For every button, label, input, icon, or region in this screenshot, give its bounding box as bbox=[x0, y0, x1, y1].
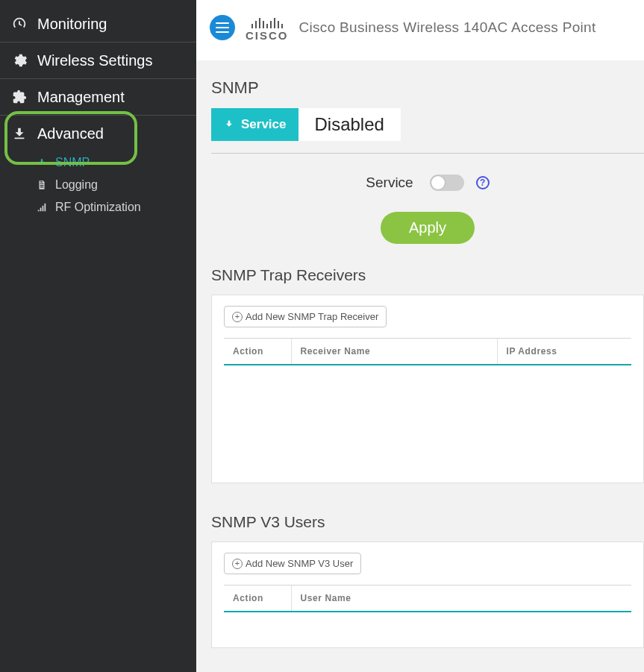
signal-bars-icon bbox=[36, 201, 48, 213]
sidebar-item-management[interactable]: Management bbox=[0, 79, 196, 115]
add-trap-receiver-label: Add New SNMP Trap Receiver bbox=[246, 311, 378, 322]
arrow-down-icon bbox=[223, 119, 235, 131]
sidebar-item-label: Advanced bbox=[37, 125, 104, 142]
add-v3-user-button[interactable]: + Add New SNMP V3 User bbox=[224, 553, 361, 574]
sidebar-item-label: Wireless Settings bbox=[37, 52, 153, 69]
trap-table: Action Receiver Name IP Address bbox=[224, 338, 631, 469]
sidebar-item-label: Management bbox=[37, 89, 125, 106]
help-icon[interactable]: ? bbox=[476, 176, 490, 189]
trap-table-empty bbox=[224, 365, 631, 469]
add-trap-receiver-button[interactable]: + Add New SNMP Trap Receiver bbox=[224, 306, 387, 327]
v3-card: + Add New SNMP V3 User Action User Name bbox=[211, 541, 644, 648]
hamburger-icon bbox=[216, 22, 229, 33]
plus-circle-icon: + bbox=[232, 312, 243, 322]
trap-card: + Add New SNMP Trap Receiver Action Rece… bbox=[211, 295, 644, 483]
arrow-down-icon bbox=[36, 157, 48, 169]
puzzle-icon bbox=[10, 88, 28, 106]
sidebar-item-advanced[interactable]: Advanced bbox=[0, 116, 196, 151]
gauge-icon bbox=[10, 15, 28, 33]
sidebar-item-label: Monitoring bbox=[37, 16, 107, 33]
service-status-tag[interactable]: Service bbox=[211, 108, 298, 141]
v3-section-title: SNMP V3 Users bbox=[211, 513, 644, 531]
trap-col-action: Action bbox=[224, 339, 291, 365]
plus-circle-icon: + bbox=[232, 559, 243, 569]
sidebar-subitem-logging[interactable]: Logging bbox=[0, 174, 196, 196]
divider bbox=[211, 153, 644, 154]
service-toggle[interactable] bbox=[430, 175, 464, 191]
service-status-value: Disabled bbox=[298, 108, 401, 141]
sidebar-subitem-label: Logging bbox=[55, 178, 98, 192]
download-icon bbox=[10, 125, 28, 142]
sidebar-subitem-label: SNMP bbox=[55, 156, 90, 169]
trap-section-title: SNMP Trap Receivers bbox=[211, 266, 644, 284]
menu-toggle-button[interactable] bbox=[210, 15, 235, 40]
document-icon bbox=[36, 179, 48, 191]
page-title: SNMP bbox=[211, 78, 644, 98]
trap-col-ip-address: IP Address bbox=[497, 339, 631, 365]
sidebar: Monitoring Wireless Settings Management bbox=[0, 0, 196, 672]
v3-col-user-name: User Name bbox=[291, 585, 631, 612]
v3-table: Action User Name bbox=[224, 585, 631, 634]
v3-table-empty bbox=[224, 612, 631, 634]
v3-col-action: Action bbox=[224, 585, 291, 612]
apply-button[interactable]: Apply bbox=[381, 212, 475, 244]
service-status: Service Disabled bbox=[211, 108, 644, 141]
topbar: CISCO Cisco Business Wireless 140AC Acce… bbox=[196, 0, 644, 60]
sidebar-item-wireless-settings[interactable]: Wireless Settings bbox=[0, 43, 196, 78]
add-v3-user-label: Add New SNMP V3 User bbox=[246, 558, 353, 569]
gear-icon bbox=[10, 51, 28, 69]
sidebar-subitem-snmp[interactable]: SNMP bbox=[0, 151, 196, 174]
sidebar-subitem-label: RF Optimization bbox=[55, 201, 141, 214]
cisco-logo: CISCO bbox=[246, 13, 289, 41]
sidebar-item-monitoring[interactable]: Monitoring bbox=[0, 6, 196, 42]
brand-word: CISCO bbox=[246, 30, 289, 41]
product-title: Cisco Business Wireless 140AC Access Poi… bbox=[299, 19, 596, 36]
cisco-bars-icon bbox=[251, 13, 283, 28]
service-status-tag-label: Service bbox=[241, 117, 287, 132]
sidebar-subitem-rf-optimization[interactable]: RF Optimization bbox=[0, 196, 196, 219]
trap-col-receiver-name: Receiver Name bbox=[291, 339, 497, 365]
service-toggle-label: Service bbox=[366, 175, 413, 191]
